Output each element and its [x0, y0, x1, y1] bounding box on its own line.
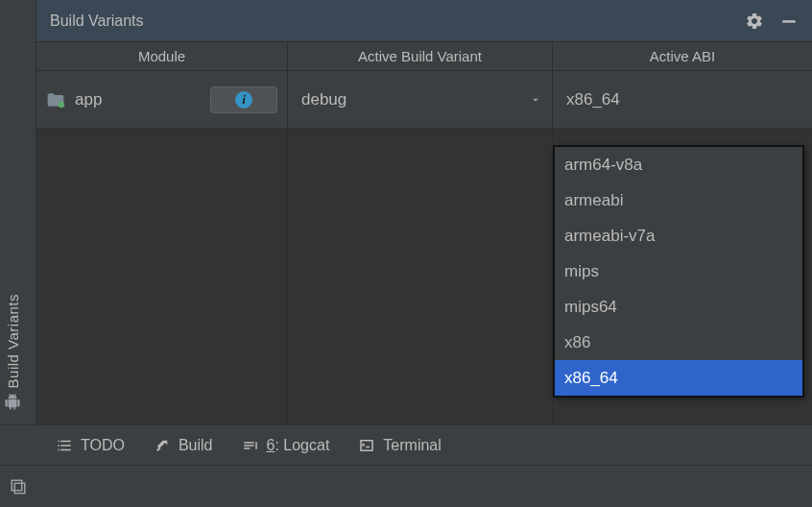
bottom-status-bar	[0, 465, 812, 507]
table-row: app i debug x86_64	[36, 71, 812, 129]
build-tool-button[interactable]: Build	[154, 437, 213, 454]
columns-header: Module Active Build Variant Active ABI	[36, 42, 812, 71]
settings-button[interactable]	[745, 12, 764, 31]
android-icon	[4, 394, 21, 411]
column-header-variant: Active Build Variant	[288, 42, 553, 70]
tab-label: Build Variants	[5, 294, 21, 388]
terminal-label: Terminal	[383, 437, 441, 454]
minimize-button[interactable]	[779, 12, 799, 31]
hammer-icon	[154, 437, 171, 454]
list-icon	[56, 437, 73, 454]
folder-icon	[46, 91, 65, 109]
windows-icon[interactable]	[10, 478, 27, 495]
abi-option-mips64[interactable]: mips64	[555, 289, 802, 325]
module-name: app	[75, 90, 102, 109]
svg-rect-3	[14, 483, 25, 494]
abi-option-x86_64[interactable]: x86_64	[555, 360, 802, 396]
abi-option-armeabi-v7a[interactable]: armeabi-v7a	[555, 218, 802, 254]
logcat-label: 6: Logcat	[267, 437, 330, 454]
logcat-tool-button[interactable]: 6: Logcat	[242, 437, 330, 454]
abi-option-mips[interactable]: mips	[555, 254, 802, 289]
info-badge[interactable]: i	[210, 86, 277, 113]
build-variants-tab[interactable]: Build Variants	[4, 294, 21, 411]
column-header-abi: Active ABI	[553, 42, 812, 70]
svg-rect-2	[12, 480, 22, 491]
panel-title: Build Variants	[50, 12, 144, 30]
tool-window-bar: TODO Build 6: Logcat Terminal	[0, 424, 812, 465]
terminal-icon	[358, 437, 375, 454]
abi-option-x86[interactable]: x86	[555, 325, 802, 360]
column-header-module: Module	[36, 42, 288, 70]
logcat-icon	[242, 437, 259, 454]
abi-option-arm64-v8a[interactable]: arm64-v8a	[555, 147, 802, 182]
chevron-down-icon	[529, 93, 542, 107]
svg-rect-0	[782, 20, 795, 23]
todo-tool-button[interactable]: TODO	[56, 437, 125, 454]
minimize-icon	[779, 12, 799, 31]
titlebar-actions	[745, 12, 799, 31]
gear-icon	[745, 12, 764, 31]
terminal-tool-button[interactable]: Terminal	[358, 437, 441, 454]
variant-value: debug	[298, 90, 346, 109]
abi-value: x86_64	[562, 90, 620, 109]
todo-label: TODO	[81, 437, 125, 454]
module-cell: app i	[36, 71, 288, 128]
panel-titlebar: Build Variants	[36, 0, 812, 42]
side-tab-bar: Build Variants	[0, 0, 36, 424]
abi-dropdown-popup: arm64-v8a armeabi armeabi-v7a mips mips6…	[553, 145, 804, 398]
abi-option-armeabi[interactable]: armeabi	[555, 182, 802, 218]
info-icon: i	[235, 91, 252, 109]
variant-cell[interactable]: debug	[288, 71, 553, 128]
build-label: Build	[179, 437, 213, 454]
abi-cell[interactable]: x86_64	[553, 71, 812, 128]
svg-point-1	[59, 101, 65, 108]
